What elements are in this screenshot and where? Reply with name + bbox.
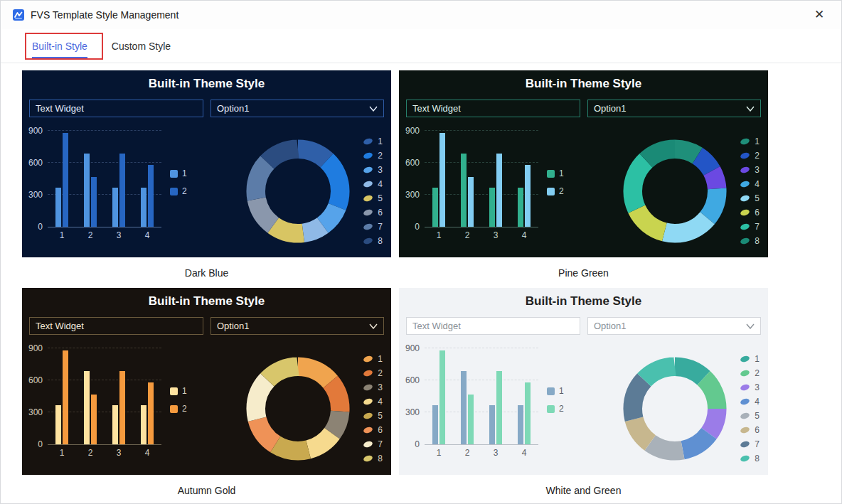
legend-label: 2 [182, 186, 187, 196]
donut-legend-item: 2 [363, 151, 383, 161]
legend-label: 6 [755, 208, 760, 218]
y-axis-label: 300 [400, 407, 420, 417]
close-button[interactable]: ✕ [809, 4, 830, 26]
titlebar: FVS Template Style Management ✕ [1, 1, 841, 29]
legend-marker-icon [740, 194, 750, 203]
legend-swatch-icon [547, 405, 555, 413]
bar-group [510, 132, 538, 227]
legend-marker-icon [363, 137, 373, 146]
donut-legend-item: 1 [740, 354, 760, 364]
donut-chart: 12345678 [187, 342, 391, 475]
bar-legend-item: 2 [547, 186, 564, 196]
theme-caption: Pine Green [399, 257, 768, 288]
theme-card-pine-green[interactable]: Built-in Theme Style Text Widget Option1… [399, 70, 768, 257]
bar-series-2 [468, 177, 474, 227]
bar-legend-item: 2 [547, 404, 564, 414]
bar-chart: 0300600900 1234 [425, 124, 538, 240]
x-axis-labels: 1234 [48, 448, 161, 458]
x-axis-label: 2 [453, 230, 481, 240]
legend-marker-icon [740, 426, 750, 434]
legend-marker-icon [740, 412, 750, 420]
legend-marker-icon [363, 454, 373, 463]
theme-card-autumn-gold[interactable]: Built-in Theme Style Text Widget Option1… [22, 288, 391, 475]
legend-marker-icon [740, 237, 750, 245]
theme-card-white-and-green[interactable]: Built-in Theme Style Text Widget Option1… [399, 288, 768, 475]
legend-label: 5 [378, 411, 383, 421]
donut-legend-item: 7 [740, 439, 760, 449]
bar-series-1 [55, 188, 61, 227]
legend-swatch-icon [170, 405, 178, 413]
y-axis-label: 300 [23, 190, 43, 200]
grid-line [48, 348, 161, 348]
donut-legend-item: 1 [740, 136, 760, 146]
donut-legend: 12345678 [363, 136, 383, 246]
donut-legend: 12345678 [740, 136, 760, 246]
x-axis-label: 1 [425, 230, 453, 240]
donut-legend-item: 3 [363, 165, 383, 175]
dropdown-value: Option1 [217, 321, 250, 331]
donut-legend-item: 3 [363, 382, 383, 392]
bar-group [105, 132, 133, 227]
bar-legend-item: 2 [170, 186, 187, 196]
bar-group [105, 349, 133, 444]
tab-custom-style-label: Custom Style [112, 41, 171, 52]
donut-legend-item: 4 [363, 397, 383, 407]
donut-legend-item: 4 [363, 179, 383, 189]
bar-legend-item: 2 [170, 404, 187, 414]
bar-plot: 0300600900 [425, 132, 538, 227]
legend-marker-icon [363, 166, 373, 174]
x-axis-label: 3 [481, 230, 510, 240]
bar-group [481, 349, 510, 444]
legend-swatch-icon [170, 188, 178, 195]
legend-label: 4 [378, 179, 383, 189]
text-widget-preview: Text Widget [406, 100, 580, 117]
card-controls: Text Widget Option1 [406, 100, 761, 117]
bar-group [133, 349, 161, 444]
legend-label: 5 [755, 411, 760, 421]
bar-group [453, 349, 481, 444]
app-icon [12, 9, 25, 21]
bar-series-1 [112, 188, 118, 227]
legend-marker-icon [363, 222, 373, 231]
bar-group [425, 349, 453, 444]
tab-custom-style[interactable]: Custom Style [112, 29, 171, 63]
x-axis-label: 3 [105, 448, 133, 458]
dropdown-preview: Option1 [210, 100, 384, 117]
legend-label: 8 [378, 236, 383, 246]
theme-caption: Dark Blue [22, 257, 391, 288]
legend-label: 1 [755, 354, 760, 364]
bar-legend-item: 1 [170, 386, 187, 396]
bar-legend: 12 [170, 386, 187, 414]
bar-chart: 0300600900 1234 [48, 342, 161, 458]
x-axis-labels: 1234 [425, 448, 538, 458]
legend-label: 2 [559, 186, 564, 196]
legend-label: 7 [755, 439, 760, 449]
grid-line [425, 130, 538, 131]
text-widget-preview: Text Widget [29, 100, 203, 117]
donut-legend-item: 7 [363, 439, 383, 449]
x-axis-label: 3 [105, 230, 133, 240]
theme-cell: Built-in Theme Style Text Widget Option1… [399, 70, 768, 288]
donut-chart: 12345678 [564, 342, 768, 475]
bar-series-1 [489, 188, 495, 227]
chevron-down-icon [369, 323, 378, 329]
donut-legend-item: 5 [740, 411, 760, 421]
donut-ring [243, 353, 353, 464]
bar-plot: 0300600900 [48, 132, 161, 227]
donut-chart: 12345678 [564, 124, 768, 257]
legend-label: 3 [378, 165, 383, 175]
legend-marker-icon [740, 208, 750, 217]
chevron-down-icon [746, 323, 755, 329]
donut-ring [243, 136, 353, 247]
card-controls: Text Widget Option1 [29, 317, 384, 335]
card-charts: 0300600900 1234 12 12345678 [399, 117, 768, 257]
x-axis-labels: 1234 [425, 230, 538, 240]
donut-legend-item: 8 [363, 454, 383, 463]
dropdown-value: Option1 [217, 103, 250, 114]
donut-legend-item: 3 [740, 165, 760, 175]
donut-legend-item: 2 [740, 151, 760, 161]
theme-card-dark-blue[interactable]: Built-in Theme Style Text Widget Option1… [22, 70, 391, 257]
bar-series-2 [148, 382, 154, 444]
tab-built-in-style[interactable]: Built-in Style [32, 29, 87, 63]
donut-legend-item: 8 [363, 236, 383, 246]
